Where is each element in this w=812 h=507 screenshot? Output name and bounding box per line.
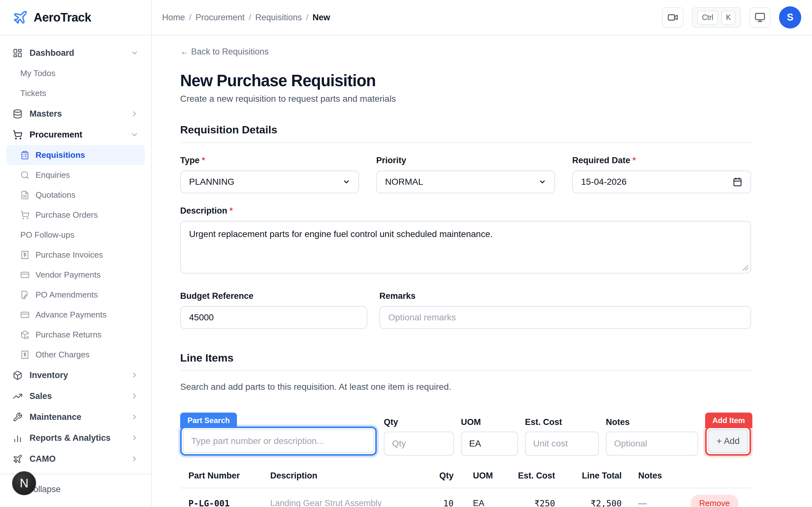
screen-record-button[interactable] [662,7,683,27]
sidebar-item-enquiries[interactable]: Enquiries [6,165,145,185]
sidebar-item-label: Reports & Analytics [30,433,111,443]
type-select[interactable]: PLANNING [180,170,359,193]
sidebar-item-label: Quotations [36,190,75,200]
sidebar-item-dashboard[interactable]: Dashboard [6,43,145,63]
line-items-helper: Search and add parts to this requisition… [180,382,751,392]
sidebar-item-label: Maintenance [30,412,82,422]
sidebar-item-label: Purchase Orders [36,210,98,220]
sidebar-item-my-todos[interactable]: My Todos [6,63,145,83]
description-value: Urgent replacement parts for engine fuel… [189,229,493,239]
uom-input[interactable] [461,432,518,456]
est-cost-input[interactable] [525,432,599,456]
sidebar-item-quotations[interactable]: Quotations [6,185,145,205]
priority-select[interactable]: NORMAL [376,170,555,193]
notes-field: Notes [606,417,698,456]
budget-reference-input[interactable] [180,306,367,329]
command-palette-shortcut[interactable]: Ctrl K [692,7,741,27]
part-search-input[interactable] [183,429,374,453]
shopping-cart-icon [13,130,22,140]
sidebar-item-sales[interactable]: Sales [6,386,145,406]
cell-uom: EA [454,498,511,507]
uom-field: UOM [461,417,518,456]
sidebar-item-purchase-orders[interactable]: Purchase Orders [6,205,145,225]
part-search-field: Part Search [180,427,377,456]
chevron-right-icon [131,392,139,400]
back-to-requisitions-link[interactable]: ← Back to Requisitions [180,47,751,57]
wrench-icon [13,412,22,422]
table-row: P-LG-001 Landing Gear Strut Assembly 10 … [180,488,751,507]
search-icon [20,170,30,180]
col-header-notes: Notes [622,471,679,481]
breadcrumb-separator: / [189,13,192,22]
line-item-entry-row: Part Search Qty UOM Est. Cost N [180,417,751,456]
type-label: Type* [180,156,359,165]
col-header-uom: UOM [454,471,511,481]
priority-field: Priority NORMAL [376,156,555,193]
line-items-heading: Line Items [180,352,751,371]
receipt-icon [20,350,30,359]
col-header-est-cost: Est. Cost [511,471,555,481]
sidebar-item-label: Sales [30,391,52,401]
sidebar-item-other-charges[interactable]: Other Charges [6,345,145,365]
chevron-down-icon [131,49,139,57]
sidebar-item-masters[interactable]: Masters [6,103,145,124]
requisition-details-heading: Requisition Details [180,124,751,143]
credit-card-icon [20,310,30,320]
sidebar-item-tickets[interactable]: Tickets [6,83,145,103]
sidebar-item-maintenance[interactable]: Maintenance [6,406,145,428]
part-search-highlight-ring: Part Search [180,427,377,456]
sidebar-item-vendor-payments[interactable]: Vendor Payments [6,265,145,285]
credit-card-icon [20,270,30,279]
required-date-value: 15-04-2026 [581,177,626,187]
ctrl-keycap: Ctrl [697,10,718,25]
sidebar-item-procurement[interactable]: Procurement [6,124,145,145]
breadcrumb-separator: / [249,13,251,22]
sidebar-item-label: Advance Payments [36,310,107,320]
add-item-button[interactable]: + Add [708,429,748,453]
description-textarea[interactable]: Urgent replacement parts for engine fuel… [180,221,751,274]
user-avatar[interactable]: S [779,6,801,29]
brand[interactable]: AeroTrack [0,0,151,36]
notes-input[interactable] [606,432,698,456]
breadcrumb-home[interactable]: Home [162,13,185,22]
breadcrumb-requisitions[interactable]: Requisitions [255,13,302,22]
sidebar-item-po-follow-ups[interactable]: PO Follow-ups [6,225,145,245]
remarks-label: Remarks [379,291,751,301]
file-pen-icon [20,290,30,299]
sidebar-item-label: Other Charges [36,350,90,360]
sidebar-item-camo[interactable]: CAMO [6,448,145,469]
required-asterisk: * [230,206,233,216]
remarks-input[interactable] [379,306,751,329]
display-mode-button[interactable] [749,7,771,27]
requisition-details-grid: Type* PLANNING Priority NORMAL Required … [180,156,751,193]
avatar-initial: S [787,12,794,23]
sidebar-item-inventory[interactable]: Inventory [6,365,145,386]
qty-input[interactable] [384,432,454,456]
col-header-part-number: Part Number [180,471,270,481]
sidebar-item-po-amendments[interactable]: PO Amendments [6,285,145,305]
required-date-input[interactable]: 15-04-2026 [572,170,751,193]
required-asterisk: * [632,156,636,165]
budget-remarks-grid: Budget Reference Remarks [180,291,751,329]
nextjs-dev-badge[interactable]: N [12,471,36,495]
sidebar-item-label: My Todos [20,68,55,78]
budget-reference-label: Budget Reference [180,291,367,301]
app-root: AeroTrack Dashboard My Todos Tickets Mas… [0,0,812,507]
sidebar-item-label: Purchase Invoices [36,250,103,260]
cell-actions: Remove [679,495,751,507]
priority-label: Priority [376,156,555,165]
line-items-table: Part Number Description Qty UOM Est. Cos… [180,471,751,507]
required-date-field: Required Date* 15-04-2026 [572,156,751,193]
sidebar-item-advance-payments[interactable]: Advance Payments [6,305,145,325]
clipboard-list-icon [20,151,30,160]
sidebar-item-purchase-returns[interactable]: Purchase Returns [6,325,145,345]
type-value: PLANNING [189,177,235,187]
sidebar-item-purchase-invoices[interactable]: Purchase Invoices [6,245,145,265]
k-keycap: K [721,10,735,25]
required-date-label: Required Date* [572,156,751,165]
sidebar-item-reports-analytics[interactable]: Reports & Analytics [6,428,145,448]
sidebar-item-requisitions[interactable]: Requisitions [6,145,145,165]
breadcrumb-procurement[interactable]: Procurement [196,13,245,22]
resize-handle[interactable] [742,264,749,271]
remove-line-item-button[interactable]: Remove [691,495,739,507]
